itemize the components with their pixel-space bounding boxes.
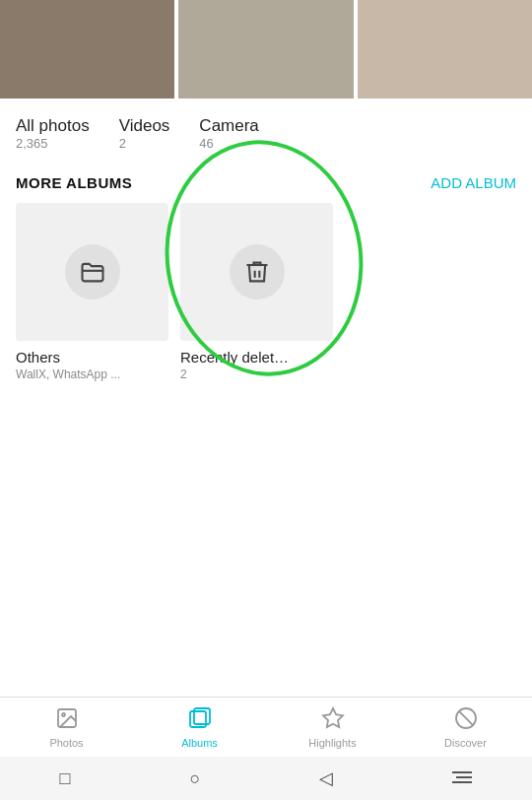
album-sublabel-recently-deleted: 2 <box>180 367 333 381</box>
album-icon-circle-recently-deleted <box>230 244 285 300</box>
discover-icon <box>454 706 478 734</box>
quick-album-videos[interactable]: Videos 2 <box>119 116 170 151</box>
add-album-button[interactable]: ADD ALBUM <box>431 174 516 191</box>
folder-icon <box>79 258 106 286</box>
quick-album-count-2: 2 <box>119 136 170 151</box>
album-thumb-recently-deleted <box>180 203 333 341</box>
tab-discover-label: Discover <box>444 737 487 749</box>
quick-albums: All photos 2,365 Videos 2 Camera 46 <box>0 108 532 167</box>
quick-album-name-2: Videos <box>119 116 170 136</box>
highlights-icon <box>321 706 345 734</box>
sys-nav-square[interactable]: □ <box>60 769 71 787</box>
more-albums-header: MORE ALBUMS ADD ALBUM <box>0 167 532 203</box>
quick-album-name-1: All photos <box>16 116 90 136</box>
photo-thumb-3[interactable] <box>358 0 532 99</box>
album-icon-circle-others <box>65 244 120 300</box>
svg-point-2 <box>62 713 65 716</box>
album-card-recently-deleted[interactable]: Recently delet… 2 <box>180 203 333 381</box>
photos-icon <box>55 706 79 734</box>
trash-icon <box>243 258 271 286</box>
album-name-others: Others <box>16 349 168 366</box>
nav-tabs: Photos Albums Highlights <box>0 698 532 757</box>
bottom-nav: Photos Albums Highlights <box>0 697 532 800</box>
tab-discover[interactable]: Discover <box>399 698 532 757</box>
tab-highlights[interactable]: Highlights <box>266 698 399 757</box>
quick-album-name-3: Camera <box>199 116 258 136</box>
tab-highlights-label: Highlights <box>308 737 356 749</box>
tab-photos[interactable]: Photos <box>0 698 133 757</box>
tab-photos-label: Photos <box>49 737 83 749</box>
quick-album-camera[interactable]: Camera 46 <box>199 116 258 151</box>
tab-albums[interactable]: Albums <box>133 698 266 757</box>
sys-nav-circle[interactable]: ○ <box>189 769 200 787</box>
sys-nav-triangle[interactable]: ◁ <box>319 769 333 787</box>
sys-nav-menu[interactable] <box>452 769 472 787</box>
system-nav: □ ○ ◁ <box>0 757 532 800</box>
quick-album-count-1: 2,365 <box>16 136 90 151</box>
albums-icon <box>188 706 212 734</box>
photo-thumb-2[interactable] <box>178 0 353 99</box>
svg-marker-5 <box>323 708 343 727</box>
quick-album-all-photos[interactable]: All photos 2,365 <box>16 116 90 151</box>
album-thumb-others <box>16 203 168 341</box>
album-card-others[interactable]: Others WallX, WhatsApp ... <box>16 203 168 381</box>
album-name-recently-deleted: Recently delet… <box>180 349 333 366</box>
photo-strip <box>0 0 532 108</box>
svg-line-7 <box>458 710 472 724</box>
photo-thumb-1[interactable] <box>0 0 174 99</box>
more-albums-title: MORE ALBUMS <box>16 174 132 191</box>
album-sublabel-others: WallX, WhatsApp ... <box>16 367 168 381</box>
tab-albums-label: Albums <box>181 737 218 749</box>
album-grid: Others WallX, WhatsApp ... Recently dele… <box>0 203 532 381</box>
quick-album-count-3: 46 <box>199 136 258 151</box>
